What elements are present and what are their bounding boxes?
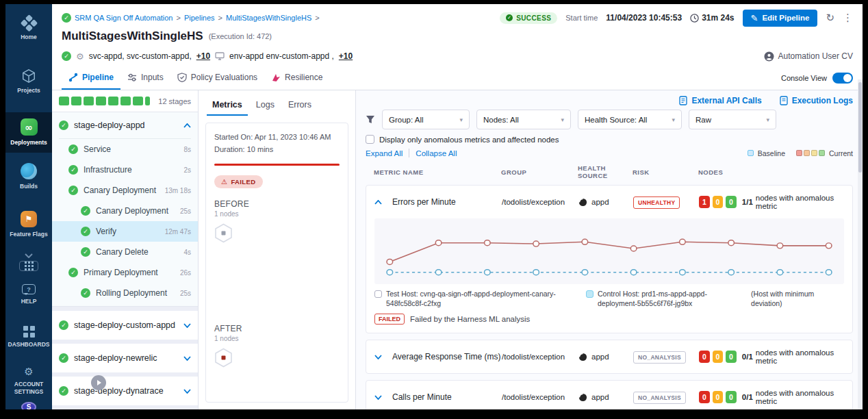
sidebar-item-dashboards[interactable]: DASHBOARDS xyxy=(5,320,52,355)
verify-details-tabs: Metrics Logs Errors xyxy=(199,90,355,116)
stage-step[interactable]: Service 8s xyxy=(52,139,198,160)
vertical-scrollbar[interactable] xyxy=(858,79,863,409)
stage-group-header[interactable]: stage-deploy-appd xyxy=(52,112,198,138)
check-icon xyxy=(506,14,513,21)
nodes-filter-select[interactable]: Nodes: All▾ xyxy=(476,110,571,129)
stage-step[interactable]: Primary Deployment 26s xyxy=(52,262,198,283)
control-host-checkbox[interactable] xyxy=(586,290,593,298)
environments-more-link[interactable]: +10 xyxy=(339,51,353,61)
breadcrumb-pipelines[interactable]: Pipelines xyxy=(184,14,215,22)
health-source-filter-select[interactable]: Health Source: All▾ xyxy=(578,110,682,129)
stage-step[interactable]: Infrastructure 2s xyxy=(52,160,198,180)
current-swatches xyxy=(796,150,825,156)
stage-group-name: stage-deploy-custom-appd xyxy=(74,320,178,330)
stage-step[interactable]: Canary Deployment 13m 18s xyxy=(52,180,198,201)
metric-row[interactable]: Average Response Time (ms) /todolist/exc… xyxy=(366,340,852,373)
chevron-down-icon[interactable] xyxy=(183,323,191,328)
sidebar-item-home[interactable]: Home xyxy=(5,11,52,47)
account-avatar[interactable]: S xyxy=(21,402,36,409)
stage-step[interactable]: Canary Deployment 25s xyxy=(52,201,198,221)
nav-collapse-chevron-icon[interactable] xyxy=(25,253,33,258)
console-view-toggle[interactable] xyxy=(832,73,853,84)
chevron-up-icon[interactable] xyxy=(374,200,382,205)
metric-row[interactable]: Errors per Minute /todolist/exception ap… xyxy=(366,186,852,218)
edit-pipeline-button[interactable]: ✎Edit Pipeline xyxy=(743,10,818,27)
metric-row[interactable]: Calls per Minute /todolist/exception app… xyxy=(366,381,852,409)
raw-filter-select[interactable]: Raw▾ xyxy=(689,110,776,129)
tab-metrics[interactable]: Metrics xyxy=(207,97,248,116)
control-host-item[interactable]: Control Host: prd1-ms-appd-appd-deployme… xyxy=(586,289,744,308)
group-filter-select[interactable]: Group: All▾ xyxy=(382,110,470,129)
sidebar-item-feature-flags[interactable]: ⚑ Feature Flags xyxy=(5,205,52,244)
step-label: Canary Deployment xyxy=(84,186,159,195)
stage-group-name: stage-deploy-dynatrace xyxy=(74,386,178,396)
success-check-icon xyxy=(68,186,78,195)
step-duration: 25s xyxy=(180,290,191,297)
tab-pipeline[interactable]: Pipeline xyxy=(62,66,120,90)
kebab-menu-icon[interactable]: ⋮ xyxy=(843,13,853,23)
node-counts: 0 0 0 0/1 nodes with anomalous metric xyxy=(699,348,844,365)
stage-group-name: stage-deploy-appd xyxy=(74,120,178,130)
stage-group-collapsed[interactable]: stage-deploy-newrelic xyxy=(52,340,198,372)
tab-resilience[interactable]: Resilience xyxy=(264,66,329,90)
sidebar-item-label: DASHBOARDS xyxy=(8,341,50,348)
chevron-down-icon[interactable] xyxy=(374,395,382,400)
after-node-hexagon[interactable] xyxy=(214,348,233,368)
stage-step[interactable]: Canary Delete 4s xyxy=(52,242,198,262)
verification-duration: Duration: 10 mins xyxy=(214,144,340,156)
services-more-link[interactable]: +10 xyxy=(196,51,210,61)
step-label: Service xyxy=(84,144,178,154)
health-source-name: appd xyxy=(591,198,609,206)
anomalous-node-count: 1 xyxy=(699,196,710,208)
chevron-up-icon[interactable] xyxy=(183,123,191,128)
anomalous-only-checkbox[interactable] xyxy=(366,135,374,144)
stage-step[interactable]: Rolling Deployment 25s xyxy=(52,283,198,303)
node-counts: 0 0 0 0/1 nodes with anomalous metric xyxy=(699,389,844,405)
test-host-checkbox[interactable] xyxy=(374,290,382,298)
chevron-down-icon[interactable] xyxy=(374,355,382,359)
collapse-all-link[interactable]: Collapse All xyxy=(416,149,457,157)
before-node-hexagon[interactable] xyxy=(214,223,233,243)
failed-analysis-text: Failed by the Harness ML analysis xyxy=(410,315,530,323)
tab-errors[interactable]: Errors xyxy=(283,97,317,116)
sidebar-item-account-settings[interactable]: ⚙ ACCOUNT SETTINGS xyxy=(5,361,52,401)
logs-document-icon xyxy=(780,96,788,105)
external-api-calls-link[interactable]: External API Calls xyxy=(679,96,761,105)
metric-row-expanded: Errors per Minute /todolist/exception ap… xyxy=(366,185,853,333)
breadcrumb-pipeline-name[interactable]: MultiStagesWithSingleHS xyxy=(226,14,311,22)
refresh-icon[interactable]: ↻ xyxy=(826,13,834,23)
scrollbar-thumb[interactable] xyxy=(858,82,862,173)
expand-all-link[interactable]: Expand All xyxy=(366,149,403,157)
filter-funnel-icon[interactable] xyxy=(366,115,375,124)
projects-icon xyxy=(21,68,36,84)
panel-collapse-handle[interactable] xyxy=(91,375,106,390)
node-ratio: 0/1 xyxy=(742,353,753,361)
breadcrumb-project[interactable]: SRM QA Sign Off Automation xyxy=(75,14,173,22)
after-nodes-section: AFTER 1 nodes xyxy=(214,324,340,368)
sidebar-item-projects[interactable]: Projects xyxy=(5,62,52,101)
test-host-label: Test Host: cvng-qa-sign-off-appd-deploym… xyxy=(386,289,579,308)
deployments-icon: ∞ xyxy=(21,118,38,136)
stage-step[interactable]: Verify 12m 47s xyxy=(52,221,198,242)
chevron-down-icon[interactable] xyxy=(183,356,191,361)
sidebar-item-deployments[interactable]: ∞ Deployments xyxy=(5,112,52,153)
test-host-item[interactable]: Test Host: cvng-qa-sign-off-appd-deploym… xyxy=(374,289,579,308)
healthy-node-count: 0 xyxy=(726,351,737,363)
step-duration: 4s xyxy=(183,249,191,256)
divider xyxy=(409,149,409,157)
tab-logs[interactable]: Logs xyxy=(251,97,280,116)
chevron-down-icon[interactable] xyxy=(183,389,191,394)
control-host-label: Control Host: prd1-ms-appd-appd-deployme… xyxy=(598,289,744,308)
node-ratio-text: nodes with anomalous metric xyxy=(756,194,844,210)
col-nodes: NODES xyxy=(698,168,845,176)
stage-group-collapsed[interactable]: stage-deploy-custom-appd xyxy=(52,307,198,340)
tab-policy-evaluations[interactable]: Policy Evaluations xyxy=(170,66,264,90)
execution-logs-link[interactable]: Execution Logs xyxy=(780,96,853,105)
stage-group-collapsed[interactable]: stage-deploy-dynatrace xyxy=(52,372,198,405)
tab-inputs[interactable]: Inputs xyxy=(120,66,170,90)
sidebar-item-help[interactable]: ? HELP xyxy=(5,278,52,312)
col-risk: RISK xyxy=(633,168,698,176)
metric-comparison-chart[interactable] xyxy=(379,223,840,283)
sidebar-item-builds[interactable]: Builds xyxy=(5,157,52,196)
module-selector-grid-icon[interactable] xyxy=(19,261,38,271)
